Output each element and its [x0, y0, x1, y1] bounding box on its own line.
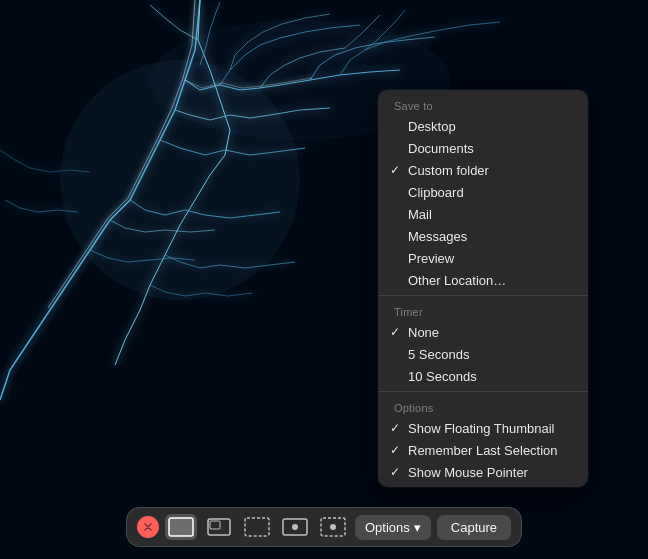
- menu-item-custom-folder[interactable]: ✓ Custom folder: [378, 159, 588, 181]
- capture-button[interactable]: Capture: [437, 515, 511, 540]
- check-icon: ✓: [390, 163, 400, 177]
- menu-item-show-mouse[interactable]: ✓ Show Mouse Pointer: [378, 461, 588, 483]
- tool-selection-recording[interactable]: [317, 514, 349, 540]
- menu-item-clipboard[interactable]: Clipboard: [378, 181, 588, 203]
- menu-item-mail-label: Mail: [408, 207, 432, 222]
- menu-item-none[interactable]: ✓ None: [378, 321, 588, 343]
- close-button[interactable]: [137, 516, 159, 538]
- check-icon: ✓: [390, 443, 400, 457]
- menu-item-clipboard-label: Clipboard: [408, 185, 464, 200]
- svg-point-8: [292, 524, 298, 530]
- tool-screen-recording[interactable]: [279, 514, 311, 540]
- menu-item-mail[interactable]: Mail: [378, 203, 588, 225]
- menu-item-other-location-label: Other Location…: [408, 273, 506, 288]
- menu-item-5seconds-label: 5 Seconds: [408, 347, 469, 362]
- divider-2: [378, 391, 588, 392]
- divider-1: [378, 295, 588, 296]
- menu-item-floating-thumbnail-label: Show Floating Thumbnail: [408, 421, 554, 436]
- check-icon: ✓: [390, 325, 400, 339]
- menu-item-desktop-label: Desktop: [408, 119, 456, 134]
- check-icon: ✓: [390, 465, 400, 479]
- svg-rect-6: [245, 518, 269, 536]
- dropdown-menu: Save to Desktop Documents ✓ Custom folde…: [378, 90, 588, 487]
- menu-item-messages-label: Messages: [408, 229, 467, 244]
- tool-fullscreen[interactable]: [165, 514, 197, 540]
- menu-item-remember-selection-label: Remember Last Selection: [408, 443, 558, 458]
- menu-item-10seconds-label: 10 Seconds: [408, 369, 477, 384]
- menu-item-floating-thumbnail[interactable]: ✓ Show Floating Thumbnail: [378, 417, 588, 439]
- menu-item-other-location[interactable]: Other Location…: [378, 269, 588, 291]
- menu-item-5seconds[interactable]: 5 Seconds: [378, 343, 588, 365]
- options-button[interactable]: Options ▾: [355, 515, 431, 540]
- tool-selection[interactable]: [241, 514, 273, 540]
- toolbar: Options ▾ Capture: [126, 507, 522, 547]
- menu-item-documents-label: Documents: [408, 141, 474, 156]
- check-icon: ✓: [390, 421, 400, 435]
- capture-label: Capture: [451, 520, 497, 535]
- options-label: Options: [365, 520, 410, 535]
- svg-point-10: [330, 524, 336, 530]
- timer-label: Timer: [378, 300, 588, 321]
- menu-item-remember-selection[interactable]: ✓ Remember Last Selection: [378, 439, 588, 461]
- svg-rect-3: [169, 518, 193, 536]
- menu-item-documents[interactable]: Documents: [378, 137, 588, 159]
- menu-item-10seconds[interactable]: 10 Seconds: [378, 365, 588, 387]
- svg-rect-5: [210, 521, 220, 529]
- menu-item-none-label: None: [408, 325, 439, 340]
- chevron-down-icon: ▾: [414, 520, 421, 535]
- menu-item-messages[interactable]: Messages: [378, 225, 588, 247]
- menu-item-preview-label: Preview: [408, 251, 454, 266]
- menu-item-preview[interactable]: Preview: [378, 247, 588, 269]
- options-section-label: Options: [378, 396, 588, 417]
- menu-item-show-mouse-label: Show Mouse Pointer: [408, 465, 528, 480]
- save-to-label: Save to: [378, 94, 588, 115]
- menu-item-custom-folder-label: Custom folder: [408, 163, 489, 178]
- tool-window[interactable]: [203, 514, 235, 540]
- menu-item-desktop[interactable]: Desktop: [378, 115, 588, 137]
